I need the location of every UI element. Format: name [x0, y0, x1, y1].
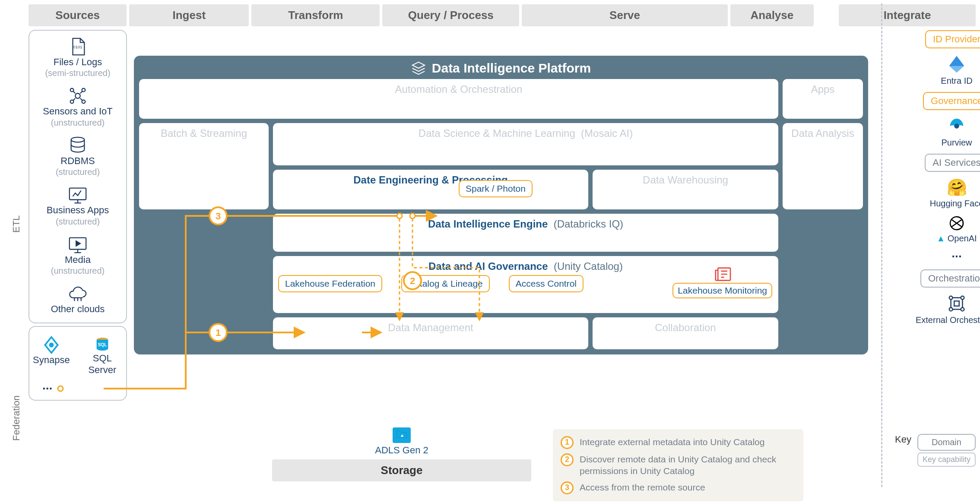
- adls-item: ADLS Gen 2: [272, 427, 531, 456]
- tile-ml: Data Science & Machine Learning (Mosaic …: [273, 123, 778, 165]
- tile-automation: Automation & Orchestration: [139, 79, 778, 119]
- tile-governance: Data and AI Governance (Unity Catalog) L…: [273, 256, 778, 313]
- more-dots-icon: ···: [42, 382, 52, 395]
- legend-box: 1 Integrate external metadata into Unity…: [553, 429, 803, 501]
- source-bizapps: Business Apps (structured): [47, 185, 109, 226]
- tile-data-management: Data Management: [273, 317, 588, 349]
- item-hugging-face: 🤗 Hugging Face: [930, 178, 980, 209]
- legend-row-2: 2 Discover remote data in Unity Catalog …: [561, 453, 796, 477]
- svg-point-4: [70, 100, 74, 104]
- group-governance: Governance: [923, 92, 980, 110]
- storage-section: ADLS Gen 2 Storage: [272, 427, 531, 481]
- chip-catalog-lineage: Catalog & Lineage: [401, 275, 490, 292]
- tile-intel-engine: Data Intelligence Engine (Databricks IQ): [273, 214, 778, 252]
- file-icon: 0101: [68, 37, 88, 57]
- fed-sql-server: SQL SQL Server: [82, 335, 123, 376]
- dashboard-icon: [68, 185, 88, 205]
- iot-icon: [68, 86, 88, 106]
- tile-engineering: Date Engineering & Processing Spark / Ph…: [273, 170, 588, 209]
- svg-point-17: [949, 308, 953, 311]
- side-label-federation: Federation: [9, 395, 24, 441]
- sources-federation-box: Synapse SQL SQL Server ···: [29, 326, 127, 401]
- key-block: Key Domain Key capability: [895, 434, 976, 467]
- legend-number-3: 3: [561, 481, 574, 494]
- tile-collaboration: Collaboration: [593, 317, 778, 349]
- header-sources: Sources: [29, 4, 127, 26]
- entra-icon: [947, 54, 967, 74]
- tile-batch-streaming: Batch & Streaming: [139, 123, 269, 209]
- svg-rect-7: [70, 188, 86, 200]
- storage-band: Storage: [272, 459, 531, 481]
- side-label-etl: ETL: [9, 56, 24, 392]
- legend-row-3: 3 Access from the remote source: [561, 481, 796, 494]
- orchestrator-icon: [947, 294, 967, 313]
- item-external-orchestrator: External Orchestrator: [916, 294, 980, 325]
- fed-synapse: Synapse: [33, 335, 70, 366]
- header-query: Query / Process: [382, 4, 519, 26]
- item-purview: Purview: [941, 116, 972, 148]
- purview-icon: [947, 116, 967, 136]
- source-iot: Sensors and IoT (unstructured): [43, 86, 112, 127]
- svg-point-6: [71, 137, 85, 142]
- header-analyse: Analyse: [730, 4, 814, 26]
- item-entra-id: Entra ID: [941, 54, 972, 86]
- svg-point-3: [82, 89, 86, 92]
- source-rdbms: RDBMS (structured): [56, 136, 100, 177]
- group-ai-services: AI Services: [925, 154, 980, 172]
- svg-text:0101: 0101: [73, 44, 82, 49]
- platform-title: Data Intelligence Platform: [139, 61, 863, 76]
- header-transform: Transform: [251, 4, 380, 26]
- legend-number-1: 1: [561, 436, 574, 449]
- sources-column: 0101 Files / Logs (semi-structured) Sens…: [29, 30, 127, 401]
- play-icon: [68, 234, 88, 254]
- header-integrate: Integrate: [839, 4, 976, 26]
- source-media: Media (unstructured): [51, 234, 105, 276]
- more-dots-icon: ···: [951, 250, 961, 263]
- svg-point-15: [949, 296, 953, 300]
- chip-access-control: Access Control: [509, 275, 584, 292]
- column-headers: Sources Ingest Transform Query / Process…: [4, 4, 976, 26]
- vertical-divider: [881, 3, 882, 487]
- svg-rect-19: [954, 301, 959, 306]
- sources-etl-box: 0101 Files / Logs (semi-structured) Sens…: [29, 30, 127, 323]
- svg-point-1: [75, 94, 80, 99]
- openai-icon: [948, 215, 965, 232]
- source-files: 0101 Files / Logs (semi-structured): [45, 37, 110, 78]
- sql-icon: SQL: [94, 335, 111, 353]
- news-icon: [713, 266, 732, 282]
- layers-icon: [411, 61, 426, 76]
- tile-warehouse: Data Warehousing: [593, 170, 778, 209]
- key-domain: Domain: [917, 434, 976, 451]
- svg-point-5: [82, 100, 86, 104]
- group-orchestration: Orchestration: [920, 269, 980, 288]
- svg-text:SQL: SQL: [98, 342, 107, 347]
- source-other-clouds: Other clouds: [51, 284, 105, 315]
- platform-panel: Data Intelligence Platform Automation & …: [134, 56, 868, 354]
- chip-lakehouse-federation: Lakehouse Federation: [278, 275, 382, 292]
- key-capability: Key capability: [917, 452, 976, 467]
- chip-lakehouse-monitoring: Lakehouse Monitoring: [672, 283, 772, 298]
- cloud-icon: [68, 284, 88, 304]
- svg-point-13: [954, 123, 959, 129]
- folder-icon: [393, 427, 411, 443]
- item-openai: ▲ OpenAI: [936, 215, 977, 244]
- header-serve: Serve: [522, 4, 727, 26]
- legend-number-2: 2: [561, 453, 574, 466]
- header-ingest: Ingest: [129, 4, 249, 26]
- svg-point-2: [70, 89, 74, 92]
- tile-data-analysis: Data Analysis: [783, 123, 863, 209]
- svg-point-18: [961, 308, 964, 311]
- tile-apps: Apps: [783, 79, 863, 119]
- group-id-provider: ID Provider: [925, 30, 980, 48]
- hugging-face-icon: 🤗: [947, 178, 967, 197]
- integrate-column: ID Provider Entra ID Governance Purview …: [895, 30, 980, 325]
- legend-row-1: 1 Integrate external metadata into Unity…: [561, 436, 796, 449]
- chip-spark-photon: Spark / Photon: [459, 180, 533, 197]
- synapse-icon: [42, 335, 61, 354]
- db-icon: [68, 136, 88, 155]
- svg-point-16: [961, 296, 964, 300]
- key-label: Key: [895, 434, 911, 445]
- svg-point-9: [49, 343, 54, 348]
